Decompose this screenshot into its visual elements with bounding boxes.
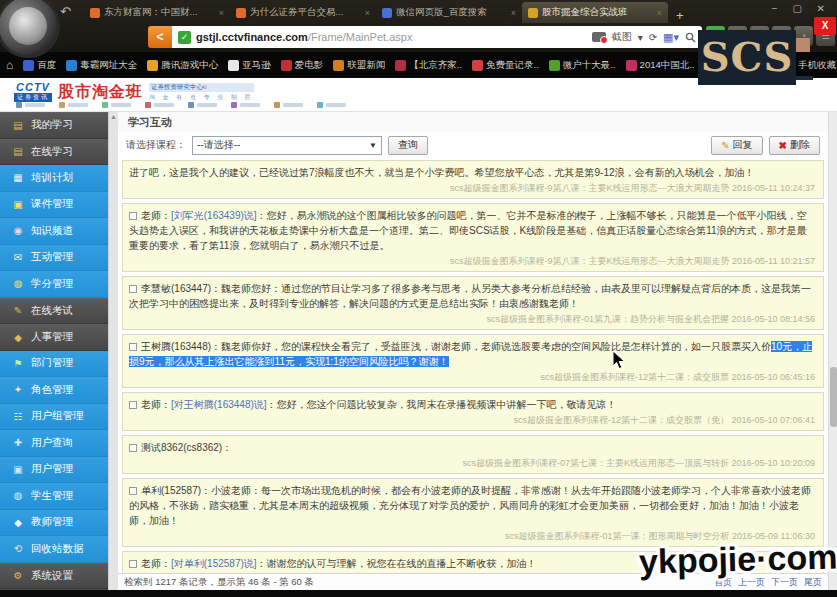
message-row[interactable]: 测试8362(cs8362)：scs超级掘金图系列课程-07第七课：主要K线运用… bbox=[122, 435, 824, 474]
screenshot-icon[interactable] bbox=[592, 32, 606, 42]
close-button[interactable]: X bbox=[814, 17, 836, 35]
bookmark-item[interactable]: 爱电影 bbox=[281, 59, 324, 72]
sidebar-item-培训计划[interactable]: ▦培训计划 bbox=[0, 165, 108, 192]
delete-button[interactable]: ✖删除 bbox=[769, 136, 820, 155]
course-select[interactable]: --请选择--▼ bbox=[192, 136, 382, 155]
tab-back-icon[interactable]: ↶ bbox=[60, 4, 71, 19]
site-slogan: 证券投资研究中心℮ 淘 金 有 道 专 业 制 胜 bbox=[149, 83, 254, 102]
nav-item-icon bbox=[188, 102, 194, 108]
sidebar-item-学分管理[interactable]: ◍学分管理 bbox=[0, 271, 108, 298]
sidebar-item-互动管理[interactable]: ✉互动管理 bbox=[0, 245, 108, 272]
scroll-up-icon[interactable]: ▲ bbox=[109, 112, 118, 122]
sidebar-item-回收站数据[interactable]: ⟲回收站数据 bbox=[0, 536, 108, 563]
tab-close-icon[interactable]: × bbox=[219, 8, 224, 18]
browser-tab[interactable]: 微信网页版_百度搜索× bbox=[376, 2, 522, 23]
browser-tab[interactable]: 为什么证券平台交易...× bbox=[230, 2, 376, 23]
reply-button[interactable]: ✎回复 bbox=[711, 136, 762, 155]
bookmark-item[interactable]: 微户十大最.. bbox=[549, 59, 616, 72]
search-icon[interactable] bbox=[685, 32, 696, 43]
dropdown-caret-icon[interactable]: ▾ bbox=[638, 32, 643, 43]
nav-item-icon bbox=[16, 102, 22, 108]
url-text[interactable]: gstjl.cctvfinance.com/Frame/MainPet.aspx bbox=[196, 31, 587, 43]
message-user-link[interactable]: [对王树腾(163448)说] bbox=[171, 399, 267, 410]
orange-site-icon bbox=[236, 8, 246, 18]
header-nav-item[interactable] bbox=[188, 102, 217, 108]
bookmark-favicon bbox=[472, 60, 483, 71]
credit-icon: ◍ bbox=[12, 278, 24, 289]
bookmark-item[interactable]: 百度 bbox=[23, 59, 56, 72]
message-row[interactable]: 王树腾(163448)：魏老师你好，您的课程快全看完了，受益匪浅，谢谢老师，老师… bbox=[122, 334, 824, 388]
scrollbar-thumb[interactable] bbox=[830, 367, 837, 427]
browser-tab[interactable]: 东方财富网：中国财...× bbox=[84, 2, 230, 23]
tab-close-icon[interactable]: × bbox=[511, 8, 516, 18]
sidebar-item-系统设置[interactable]: ⚙系统设置 bbox=[0, 563, 108, 590]
message-checkbox[interactable] bbox=[129, 343, 137, 351]
refresh-icon[interactable]: ⟳ bbox=[649, 32, 657, 43]
message-body: 老师： bbox=[141, 210, 171, 221]
bookmark-favicon bbox=[228, 60, 239, 71]
header-nav-item[interactable] bbox=[16, 102, 45, 108]
sidebar: ▤我的学习▤在线学习▦培训计划▣课件管理◉知识频道✉互动管理◍学分管理✎在线考试… bbox=[0, 112, 108, 590]
header-nav-item[interactable] bbox=[145, 102, 174, 108]
bookmark-label: 微户十大最.. bbox=[563, 59, 616, 72]
header-nav-item[interactable] bbox=[102, 102, 131, 108]
bookmark-item[interactable]: 毒霸网址大全 bbox=[66, 59, 137, 72]
tab-close-icon[interactable]: × bbox=[657, 8, 662, 18]
bookmark-item[interactable]: 【北京齐家.. bbox=[395, 59, 462, 72]
sidebar-item-我的学习[interactable]: ▤我的学习 bbox=[0, 112, 108, 139]
message-user-link[interactable]: [刘军光(163439)说] bbox=[171, 210, 257, 221]
message-list: 进了吧，这是我个人的建议，已经说过第7浪幅度也不大，就当是个小学费吧。希望您放平… bbox=[118, 158, 828, 590]
sidebar-item-角色管理[interactable]: ✦角色管理 bbox=[0, 377, 108, 404]
new-tab-button[interactable]: + bbox=[676, 8, 684, 23]
content-scrollbar[interactable] bbox=[828, 112, 837, 590]
sidebar-item-学生管理[interactable]: ◍学生管理 bbox=[0, 483, 108, 510]
message-user-link[interactable]: [对单利(152587)说] bbox=[171, 558, 257, 569]
bookmark-item[interactable]: 2014中国北.. bbox=[626, 59, 695, 72]
search-button[interactable]: 查询 bbox=[388, 136, 428, 155]
tab-close-icon[interactable]: × bbox=[365, 8, 370, 18]
message-checkbox[interactable] bbox=[129, 487, 137, 495]
window-controls[interactable]: − ▢ ✕ bbox=[772, 3, 831, 14]
bookmark-item[interactable]: 亚马逊 bbox=[228, 59, 271, 72]
sidebar-scrollbar[interactable]: ▲ bbox=[108, 112, 118, 590]
bookmark-label: 爱电影 bbox=[295, 59, 324, 72]
message-row[interactable]: 单利(152587)：小波老师：每一次市场出现危机的时候，都会有小波老师的及时提… bbox=[122, 478, 824, 547]
message-checkbox[interactable] bbox=[129, 285, 137, 293]
bookmark-favicon bbox=[66, 60, 77, 71]
bookmark-item[interactable]: 腾讯游戏中心 bbox=[147, 59, 218, 72]
sidebar-item-教师管理[interactable]: ◆教师管理 bbox=[0, 510, 108, 537]
message-checkbox[interactable] bbox=[129, 560, 137, 568]
extensions-grid-icon[interactable]: ▦▾ bbox=[663, 31, 679, 44]
screenshot-label[interactable]: 截图 bbox=[612, 30, 632, 44]
sidebar-item-label: 在线考试 bbox=[31, 304, 73, 318]
header-nav-item[interactable] bbox=[231, 102, 260, 108]
sidebar-item-部门管理[interactable]: ⚑部门管理 bbox=[0, 351, 108, 378]
message-row[interactable]: 进了吧，这是我个人的建议，已经说过第7浪幅度也不大，就当是个小学费吧。希望您放平… bbox=[122, 160, 824, 199]
sidebar-item-用户组管理[interactable]: ☷用户组管理 bbox=[0, 404, 108, 431]
message-checkbox[interactable] bbox=[129, 212, 137, 220]
header-nav-item[interactable] bbox=[59, 102, 88, 108]
sidebar-item-知识频道[interactable]: ◉知识频道 bbox=[0, 218, 108, 245]
message-row[interactable]: 老师：[对王树腾(163448)说]：您好，您这个问题比较复杂，我周末在录播视频… bbox=[122, 392, 824, 431]
message-row[interactable]: 李慧敏(163447)：魏老师您好：通过您的节目让学习多了很多参考与思考，从另类… bbox=[122, 276, 824, 330]
back-button[interactable]: < bbox=[148, 26, 172, 48]
teacher-icon: ◆ bbox=[12, 517, 24, 528]
bookmark-item[interactable]: 联盟新闻 bbox=[333, 59, 385, 72]
sidebar-item-在线考试[interactable]: ✎在线考试 bbox=[0, 298, 108, 325]
sidebar-item-课件管理[interactable]: ▣课件管理 bbox=[0, 192, 108, 219]
sidebar-item-用户查询[interactable]: ✚用户查询 bbox=[0, 430, 108, 457]
bookmark-item[interactable]: 免费量记录.. bbox=[472, 59, 539, 72]
sidebar-item-用户管理[interactable]: ▣用户管理 bbox=[0, 457, 108, 484]
sidebar-item-label: 培训计划 bbox=[31, 171, 73, 185]
message-checkbox[interactable] bbox=[129, 444, 137, 452]
message-checkbox[interactable] bbox=[129, 401, 137, 409]
message-row[interactable]: 老师：[刘军光(163439)说]：您好，易永潮说的这个图属相比较多的问题吧，第… bbox=[122, 203, 824, 272]
home-icon[interactable]: ⌂ bbox=[6, 58, 13, 72]
address-bar[interactable]: ✓ gstjl.cctvfinance.com/Frame/MainPet.as… bbox=[172, 26, 702, 48]
browser-tab[interactable]: 股市掘金综合实战班× bbox=[522, 2, 668, 23]
header-nav-item[interactable] bbox=[317, 102, 346, 108]
pager-link[interactable]: 尾页 bbox=[804, 576, 822, 589]
sidebar-item-人事管理[interactable]: ◆人事管理 bbox=[0, 324, 108, 351]
sidebar-item-在线学习[interactable]: ▤在线学习 bbox=[0, 139, 108, 166]
header-nav-item[interactable] bbox=[274, 102, 303, 108]
